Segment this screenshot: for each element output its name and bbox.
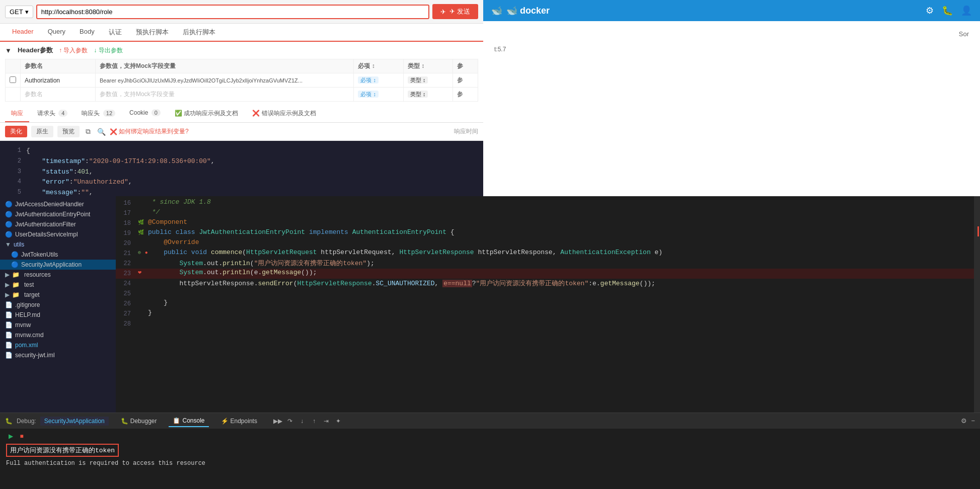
tree-item-test[interactable]: ▶ 📁 test <box>0 280 116 290</box>
file-icon: 📄 <box>5 301 13 308</box>
chevron-down-icon: ▾ <box>25 8 29 16</box>
view-raw-button[interactable]: 原生 <box>31 126 53 137</box>
file-icon: 📄 <box>5 352 13 359</box>
java-file-icon: 🔵 <box>5 231 13 238</box>
console-stop-btn[interactable]: ■ <box>17 432 26 441</box>
tree-item-mvnw-cmd[interactable]: 📄 mvnw.cmd <box>0 330 116 340</box>
url-bar: GET ▾ ✈ ✈ 发送 <box>0 0 483 24</box>
tab-auth[interactable]: 认证 <box>102 24 129 42</box>
resp-tab-success-example[interactable]: ✅ 成功响应示例及文档 <box>169 106 244 122</box>
console-highlight-text: 用户访问资源没有携带正确的token <box>6 444 119 457</box>
debugger-icon: 🐛 <box>121 418 128 425</box>
resp-tab-response-headers[interactable]: 响应头 12 <box>76 106 121 122</box>
java-file-icon: 🔵 <box>5 211 13 218</box>
resp-tab-request-headers[interactable]: 请求头 4 <box>31 106 73 122</box>
debug-evaluate-btn[interactable]: ✦ <box>334 417 343 426</box>
tree-item-security-iml[interactable]: 📄 security-jwt.iml <box>0 350 116 360</box>
bug-icon[interactable]: 🐛 <box>942 5 953 16</box>
breakpoint-active-icon[interactable]: ❤ <box>138 269 141 276</box>
tree-item-pom[interactable]: 📄 pom.xml <box>0 340 116 350</box>
send-button[interactable]: ✈ ✈ 发送 <box>432 4 478 19</box>
tree-item-jwt-token-utils[interactable]: 🔵 JwtTokenUtils <box>0 250 116 260</box>
search-icon[interactable]: 🔍 <box>97 127 106 136</box>
bind-var-link[interactable]: ❌ 如何绑定响应结果到变量? <box>110 127 189 136</box>
tree-item-user-details[interactable]: 🔵 UserDetailsServiceImpl <box>0 229 116 239</box>
folder-expand-icon: ▶ <box>5 291 10 298</box>
console-run-btn[interactable]: ▶ <box>6 432 15 441</box>
debug-tab-endpoints[interactable]: ⚡ Endpoints <box>217 416 261 427</box>
response-toolbar: 美化 原生 预览 ⧉ 🔍 ❌ 如何绑定响应结果到变量? 响应时间 <box>0 123 483 141</box>
tab-query[interactable]: Query <box>41 24 72 42</box>
scrollbar[interactable] <box>974 196 980 413</box>
code-line-21: 21 ⊕ ● public void commence(HttpServletR… <box>116 249 974 259</box>
minus-icon[interactable]: − <box>971 417 975 425</box>
code-line-28: 28 <box>116 319 974 329</box>
docker-logo: 🐋 🐋 docker <box>491 5 550 16</box>
col-param-value: 参数值，支持Mock字段变量 <box>95 59 353 73</box>
method-select[interactable]: GET ▾ <box>5 6 33 18</box>
response-body: 1{ 2 "timestamp": "2020-09-17T14:29:08.5… <box>0 141 483 196</box>
params-section-title: Header参数 <box>18 46 53 55</box>
docker-header-icons: ⚙ 🐛 👤 <box>926 5 972 16</box>
code-line-25: 25 <box>116 289 974 299</box>
tree-item-jwt-auth-entry[interactable]: 🔵 JwtAuthenticationEntryPoint <box>0 209 116 219</box>
param-value: Bearer eyJhbGciOiJIUzUxMiJ9.eyJzdWIiOiIl… <box>95 73 353 88</box>
console-controls: ▶ ■ <box>6 432 974 441</box>
code-line-18: 18 🌿 @Component <box>116 218 974 228</box>
tree-item-utils-folder[interactable]: ▼ utils <box>0 239 116 250</box>
debug-step-into-btn[interactable]: ↓ <box>297 417 307 426</box>
new-param-value[interactable]: 参数值，支持Mock字段变量 <box>95 88 353 102</box>
json-line-2: 2 "timestamp": "2020-09-17T14:29:08.536+… <box>7 156 476 167</box>
scrollbar-thumb <box>977 226 979 236</box>
col-param-name: 参数名 <box>21 59 96 73</box>
tab-header[interactable]: Header <box>5 24 41 42</box>
param-name: Authorization <box>21 73 96 88</box>
file-icon: 📄 <box>5 311 13 318</box>
url-input[interactable] <box>36 5 430 19</box>
debug-step-out-btn[interactable]: ↑ <box>310 417 319 426</box>
resp-tab-cookie[interactable]: Cookie 0 <box>123 106 167 122</box>
tree-item-jwt-auth-filter[interactable]: 🔵 JwtAuthenticationFilter <box>0 219 116 229</box>
tree-item-help[interactable]: 📄 HELP.md <box>0 310 116 320</box>
tab-post-script[interactable]: 后执行脚本 <box>176 24 222 42</box>
tree-item-jwt-access-denied[interactable]: 🔵 JwtAccessDeniedHandler <box>0 199 116 209</box>
override-icon: ⊕ <box>138 250 141 256</box>
import-params-button[interactable]: ↑ 导入参数 <box>59 46 88 55</box>
export-params-button[interactable]: ↓ 导出参数 <box>94 46 122 55</box>
debug-app-tab[interactable]: SecurityJwtApplication <box>40 417 109 426</box>
settings-icon[interactable]: ⚙ <box>926 5 934 16</box>
resp-tab-error-example[interactable]: ❌ 错误响应示例及文档 <box>246 106 322 122</box>
java-file-icon: 🔵 <box>5 201 13 208</box>
resp-tab-response[interactable]: 响应 <box>5 106 29 122</box>
user-icon[interactable]: 👤 <box>961 5 972 16</box>
debug-tab-console[interactable]: 📋 Console <box>169 415 208 427</box>
new-param-name[interactable]: 参数名 <box>21 88 96 102</box>
tree-item-security-app[interactable]: 🔵 SecurityJwtApplication <box>0 260 116 270</box>
tree-item-target[interactable]: ▶ 📁 target <box>0 290 116 300</box>
response-time: 响应时间 <box>454 127 478 136</box>
copy-icon[interactable]: ⧉ <box>84 127 93 136</box>
row-checkbox[interactable] <box>10 76 16 83</box>
folder-expand-icon: ▶ <box>5 271 10 278</box>
col-type: 类型 ↕ <box>403 59 453 73</box>
docker-version: t:5.7 <box>488 42 975 57</box>
view-preview-button[interactable]: 预览 <box>57 126 80 137</box>
debug-run-to-cursor-btn[interactable]: ⇥ <box>322 417 331 426</box>
tree-item-mvnw[interactable]: 📄 mvnw <box>0 320 116 330</box>
debug-tab-debugger[interactable]: 🐛 Debugger <box>117 416 161 427</box>
tab-pre-script[interactable]: 预执行脚本 <box>129 24 176 42</box>
file-icon: 📄 <box>5 332 13 339</box>
error-icon: ❌ <box>110 128 117 135</box>
debug-resume-btn[interactable]: ▶▶ <box>273 417 282 426</box>
response-tabs: 响应 请求头 4 响应头 12 Cookie 0 ✅ 成功响应示例及文档 ❌ 错… <box>0 106 483 123</box>
json-line-4: 4 "error": "Unauthorized", <box>7 177 476 188</box>
tree-item-gitignore[interactable]: 📄 .gitignore <box>0 300 116 310</box>
tab-body[interactable]: Body <box>72 24 102 42</box>
debug-step-over-btn[interactable]: ↷ <box>285 417 294 426</box>
col-checkbox <box>6 59 21 73</box>
json-line-3: 3 "status": 401, <box>7 167 476 178</box>
tree-item-resources[interactable]: ▶ 📁 resources <box>0 270 116 280</box>
breakpoint-icon[interactable]: ● <box>145 250 148 256</box>
view-beautify-button[interactable]: 美化 <box>5 126 27 137</box>
settings-icon[interactable]: ⚙ <box>961 417 967 425</box>
